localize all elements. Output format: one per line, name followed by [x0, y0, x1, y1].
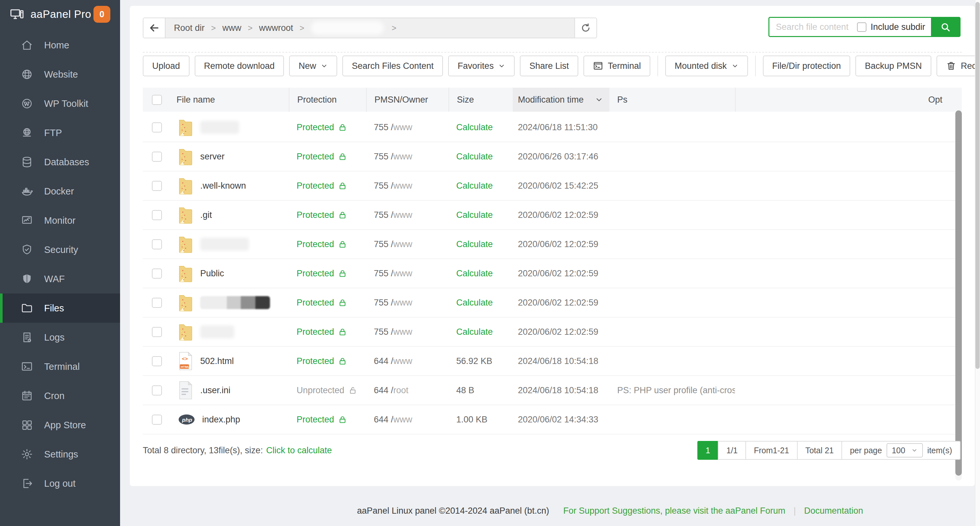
summary-text: Total 8 directory, 13file(s), size:: [143, 445, 263, 456]
row-checkbox[interactable]: [152, 239, 162, 249]
breadcrumb-segment-www[interactable]: www: [222, 23, 242, 33]
toolbar-button-file-dir-protection[interactable]: File/Dir protection: [763, 56, 851, 76]
row-checkbox[interactable]: [152, 386, 162, 395]
owner-value: www: [393, 239, 412, 249]
file-name[interactable]: index.php: [202, 414, 240, 425]
protection-status[interactable]: Protected: [297, 298, 347, 308]
sidebar-item-terminal[interactable]: Terminal: [0, 352, 120, 381]
back-button[interactable]: [143, 18, 165, 38]
row-checkbox[interactable]: [152, 298, 162, 308]
toolbar-button-new[interactable]: New: [289, 56, 337, 76]
file-name[interactable]: 502.html: [200, 356, 234, 366]
sidebar-item-docker[interactable]: Docker: [0, 177, 120, 206]
sidebar-item-website[interactable]: Website: [0, 60, 120, 89]
summary-row: Total 8 directory, 13file(s), size: Clic…: [143, 441, 961, 460]
size-calculate-link[interactable]: Calculate: [456, 151, 493, 162]
sidebar-item-home[interactable]: Home: [0, 30, 120, 60]
toolbar-button-terminal[interactable]: Terminal: [584, 56, 650, 76]
toolbar-button-search-files-content[interactable]: Search Files Content: [342, 56, 443, 76]
table-row: Protected755 / wwwCalculate2020/06/02 12…: [143, 230, 962, 259]
table-row: PublicProtected755 / wwwCalculate2020/06…: [143, 259, 962, 289]
file-name[interactable]: .user.ini: [200, 386, 231, 395]
calculate-size-link[interactable]: Click to calculate: [266, 445, 332, 456]
size-calculate-link[interactable]: Calculate: [456, 327, 493, 337]
row-checkbox[interactable]: [152, 414, 162, 425]
size-calculate-link[interactable]: Calculate: [456, 181, 493, 191]
protection-status[interactable]: Protected: [297, 327, 347, 337]
size-calculate-link[interactable]: Calculate: [456, 269, 493, 279]
protection-status[interactable]: Protected: [297, 123, 347, 132]
sidebar-item-logout[interactable]: Log out: [0, 469, 120, 498]
protection-status[interactable]: Protected: [297, 181, 347, 191]
select-all-checkbox[interactable]: [152, 95, 162, 105]
protection-status[interactable]: Protected: [297, 414, 347, 425]
breadcrumb-segment-redacted[interactable]: [311, 21, 384, 35]
row-checkbox[interactable]: [152, 151, 162, 162]
breadcrumb-separator: >: [392, 23, 396, 33]
protection-status[interactable]: Protected: [297, 210, 347, 220]
file-name-redacted[interactable]: [200, 237, 249, 251]
header-modification-time[interactable]: Modification time: [513, 88, 609, 112]
file-name[interactable]: Public: [200, 269, 224, 279]
sidebar-item-databases[interactable]: Databases: [0, 147, 120, 177]
sidebar-logo[interactable]: aaPanel Pro 0: [0, 0, 120, 29]
table-row: .well-knownProtected755 / wwwCalculate20…: [143, 171, 962, 201]
file-name[interactable]: .well-known: [200, 181, 246, 191]
size-calculate-link[interactable]: Calculate: [456, 123, 493, 132]
page-1-button[interactable]: 1: [697, 441, 719, 460]
computer-icon: [10, 7, 24, 21]
refresh-button[interactable]: [575, 18, 597, 38]
header-protection: Protection: [289, 88, 366, 112]
terminal-icon: [21, 360, 33, 373]
protection-status[interactable]: Protected: [297, 151, 347, 162]
toolbar-button-share-list[interactable]: Share List: [520, 56, 578, 76]
file-name-redacted[interactable]: [200, 296, 270, 309]
folder-icon: [178, 293, 193, 312]
table-row: .gitProtected755 / wwwCalculate2020/06/0…: [143, 201, 962, 230]
toolbar-button-recycle-bin[interactable]: Recycle bin: [937, 56, 980, 76]
page-scrollbar-thumb[interactable]: [975, 2, 980, 369]
sidebar-item-app-store[interactable]: App Store: [0, 410, 120, 440]
row-checkbox[interactable]: [152, 269, 162, 279]
toolbar-button-backup-pmsn[interactable]: Backup PMSN: [855, 56, 931, 76]
row-checkbox[interactable]: [152, 210, 162, 220]
file-name[interactable]: .git: [200, 210, 212, 220]
protection-status[interactable]: Protected: [297, 269, 347, 279]
toolbar-button-mounted-disk[interactable]: Mounted disk: [665, 56, 748, 76]
row-checkbox[interactable]: [152, 356, 162, 366]
sidebar-item-waf[interactable]: WAF: [0, 264, 120, 293]
sidebar-item-wp-toolkit[interactable]: WP Toolkit: [0, 89, 120, 118]
size-calculate-link[interactable]: Calculate: [456, 239, 493, 249]
table-scrollbar-thumb[interactable]: [955, 110, 962, 476]
file-name-redacted[interactable]: [200, 325, 234, 338]
protection-status[interactable]: Protected: [297, 239, 347, 249]
documentation-link[interactable]: Documentation: [804, 506, 863, 516]
size-calculate-link[interactable]: Calculate: [456, 210, 493, 220]
toolbar-button-upload[interactable]: Upload: [143, 56, 189, 76]
row-checkbox[interactable]: [152, 181, 162, 191]
breadcrumb-segment-root[interactable]: Root dir: [174, 23, 205, 33]
per-page-select[interactable]: 100: [886, 443, 923, 457]
notification-badge[interactable]: 0: [94, 6, 110, 23]
protection-status[interactable]: Unprotected: [297, 386, 357, 395]
forum-link[interactable]: For Support Suggestions, please visit th…: [563, 506, 785, 516]
sidebar-item-files[interactable]: Files: [0, 293, 120, 323]
toolbar-button-favorites[interactable]: Favorites: [448, 56, 515, 76]
file-name-redacted[interactable]: [200, 121, 239, 134]
sidebar-item-monitor[interactable]: Monitor: [0, 206, 120, 235]
sidebar-item-logs[interactable]: Logs: [0, 323, 120, 352]
sidebar-item-security[interactable]: Security: [0, 235, 120, 264]
protection-status[interactable]: Protected: [297, 356, 347, 366]
search-button[interactable]: [931, 18, 959, 36]
size-calculate-link[interactable]: Calculate: [456, 298, 493, 308]
breadcrumb-segment-wwwroot[interactable]: wwwroot: [259, 23, 293, 33]
toolbar-button-remote-download[interactable]: Remote download: [195, 56, 284, 76]
sidebar-item-ftp[interactable]: FTP: [0, 118, 120, 147]
search-input[interactable]: [769, 22, 857, 32]
include-subdir-checkbox[interactable]: [857, 22, 866, 32]
file-name[interactable]: server: [200, 151, 224, 162]
sidebar-item-cron[interactable]: Cron: [0, 381, 120, 410]
sidebar-item-settings[interactable]: Settings: [0, 440, 120, 469]
row-checkbox[interactable]: [152, 327, 162, 337]
row-checkbox[interactable]: [152, 123, 162, 132]
